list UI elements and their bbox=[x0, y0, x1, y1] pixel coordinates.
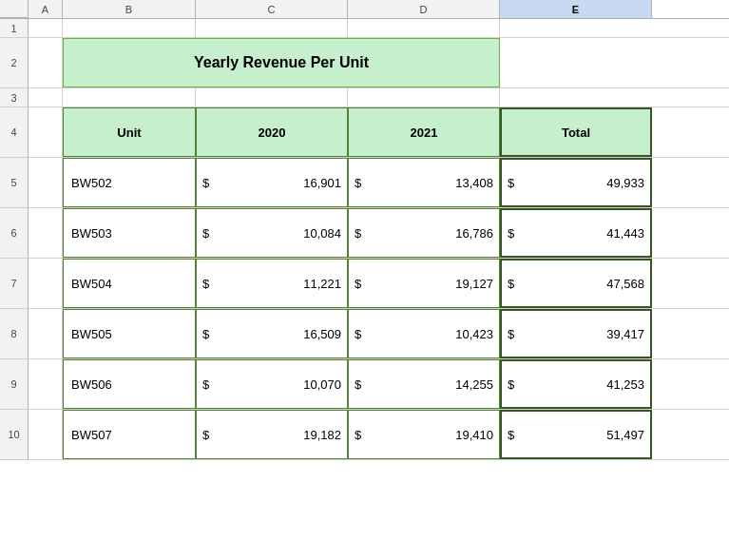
amount-bw503-2020: 10,084 bbox=[211, 226, 347, 241]
header-2020: 2020 bbox=[196, 107, 348, 157]
cell-d10[interactable]: $ 19,410 bbox=[348, 410, 500, 459]
val-bw507-total: $ 51,497 bbox=[500, 410, 652, 459]
cell-a9[interactable] bbox=[29, 359, 63, 409]
cell-d7[interactable]: $ 19,127 bbox=[348, 259, 500, 308]
col-header-c[interactable]: C bbox=[196, 0, 348, 18]
row-7: BW504 $ 11,221 $ 19,127 $ bbox=[29, 259, 729, 309]
amount-bw505-2021: 10,423 bbox=[363, 327, 499, 341]
cell-a5[interactable] bbox=[29, 158, 63, 207]
cell-a3[interactable] bbox=[29, 88, 63, 106]
amount-bw507-2020: 19,182 bbox=[211, 428, 347, 442]
amount-bw507-total: 51,497 bbox=[516, 428, 650, 442]
row-num-1[interactable]: 1 bbox=[0, 19, 29, 38]
row-num-2[interactable]: 2 bbox=[0, 38, 29, 88]
row-3 bbox=[29, 88, 729, 107]
row-4: Unit 2020 2021 Total bbox=[29, 107, 729, 158]
row-8: BW505 $ 16,509 $ 10,423 $ bbox=[29, 309, 729, 359]
spreadsheet-title: Yearly Revenue Per Unit bbox=[63, 38, 500, 87]
cell-a10[interactable] bbox=[29, 410, 63, 459]
unit-bw506: BW506 bbox=[63, 359, 196, 409]
cell-d9[interactable]: $ 14,255 bbox=[348, 359, 500, 409]
row-num-4[interactable]: 4 bbox=[0, 107, 29, 158]
cell-c5[interactable]: $ 16,901 bbox=[196, 158, 348, 207]
cell-a2[interactable] bbox=[29, 38, 63, 87]
val-bw502-2021: $ 13,408 bbox=[348, 158, 500, 207]
dollar-sign: $ bbox=[502, 176, 516, 190]
val-bw502-total: $ 49,933 bbox=[500, 158, 652, 207]
unit-bw504: BW504 bbox=[63, 259, 196, 308]
cell-d3[interactable] bbox=[348, 88, 500, 106]
cell-d8[interactable]: $ 10,423 bbox=[348, 309, 500, 358]
amount-bw502-2020: 16,901 bbox=[211, 176, 347, 190]
val-bw506-2021: $ 14,255 bbox=[348, 359, 500, 409]
cell-b5[interactable]: BW502 bbox=[63, 158, 196, 207]
row-num-9[interactable]: 9 bbox=[0, 359, 29, 410]
title-merged-cell[interactable]: Yearly Revenue Per Unit bbox=[63, 38, 500, 87]
col-header-b[interactable]: B bbox=[63, 0, 196, 18]
unit-bw502: BW502 bbox=[63, 158, 196, 207]
cell-c1[interactable] bbox=[196, 19, 348, 37]
val-bw507-2020: $ 19,182 bbox=[196, 410, 348, 459]
row-num-8[interactable]: 8 bbox=[0, 309, 29, 359]
cell-b7[interactable]: BW504 bbox=[63, 259, 196, 308]
unit-bw507: BW507 bbox=[63, 410, 196, 459]
val-bw505-2020: $ 16,509 bbox=[196, 309, 348, 358]
cell-b8[interactable]: BW505 bbox=[63, 309, 196, 358]
cell-e10[interactable]: $ 51,497 bbox=[500, 410, 652, 459]
cell-d1[interactable] bbox=[348, 19, 500, 37]
cell-c6[interactable]: $ 10,084 bbox=[196, 208, 348, 258]
cell-c7[interactable]: $ 11,221 bbox=[196, 259, 348, 308]
cell-c10[interactable]: $ 19,182 bbox=[196, 410, 348, 459]
cell-a1[interactable] bbox=[29, 19, 63, 37]
cell-d6[interactable]: $ 16,786 bbox=[348, 208, 500, 258]
header-2020-label: 2020 bbox=[196, 107, 348, 157]
cell-e1[interactable] bbox=[500, 19, 652, 37]
row-num-10[interactable]: 10 bbox=[0, 410, 29, 460]
row-num-3[interactable]: 3 bbox=[0, 88, 29, 107]
row-num-6[interactable]: 6 bbox=[0, 208, 29, 259]
amount-bw503-2021: 16,786 bbox=[363, 226, 499, 241]
cell-c8[interactable]: $ 16,509 bbox=[196, 309, 348, 358]
cell-d5[interactable]: $ 13,408 bbox=[348, 158, 500, 207]
header-unit-label: Unit bbox=[63, 107, 196, 157]
row-10: BW507 $ 19,182 $ 19,410 $ bbox=[29, 410, 729, 460]
column-headers: A B C D E bbox=[0, 0, 729, 19]
cell-c9[interactable]: $ 10,070 bbox=[196, 359, 348, 409]
cell-b1[interactable] bbox=[63, 19, 196, 37]
dollar-sign: $ bbox=[502, 277, 516, 291]
cell-a6[interactable] bbox=[29, 208, 63, 258]
row-num-7[interactable]: 7 bbox=[0, 259, 29, 309]
amount-bw503-total: 41,443 bbox=[516, 226, 650, 241]
cell-a4[interactable] bbox=[29, 107, 63, 157]
cell-b9[interactable]: BW506 bbox=[63, 359, 196, 409]
dollar-sign: $ bbox=[197, 226, 211, 241]
header-total: Total bbox=[500, 107, 652, 157]
unit-bw505: BW505 bbox=[63, 309, 196, 358]
cell-a7[interactable] bbox=[29, 259, 63, 308]
cell-e3[interactable] bbox=[500, 88, 652, 106]
col-header-e[interactable]: E bbox=[500, 0, 652, 18]
row-6: BW503 $ 10,084 $ 16,786 $ bbox=[29, 208, 729, 259]
cell-e9[interactable]: $ 41,253 bbox=[500, 359, 652, 409]
amount-bw505-2020: 16,509 bbox=[211, 327, 347, 341]
dollar-sign: $ bbox=[197, 277, 211, 291]
cell-e8[interactable]: $ 39,417 bbox=[500, 309, 652, 358]
cell-e6[interactable]: $ 41,443 bbox=[500, 208, 652, 258]
col-header-d[interactable]: D bbox=[348, 0, 500, 18]
row-num-5[interactable]: 5 bbox=[0, 158, 29, 208]
cell-b10[interactable]: BW507 bbox=[63, 410, 196, 459]
cell-a8[interactable] bbox=[29, 309, 63, 358]
val-bw506-2020: $ 10,070 bbox=[196, 359, 348, 409]
cell-e2[interactable] bbox=[500, 38, 652, 87]
row-numbers: 1 2 3 4 5 6 7 8 9 10 bbox=[0, 19, 29, 560]
col-header-a[interactable]: A bbox=[29, 0, 63, 18]
cell-b3[interactable] bbox=[63, 88, 196, 106]
val-bw502-2020: $ 16,901 bbox=[196, 158, 348, 207]
cell-e5[interactable]: $ 49,933 bbox=[500, 158, 652, 207]
cell-b6[interactable]: BW503 bbox=[63, 208, 196, 258]
val-bw506-total: $ 41,253 bbox=[500, 359, 652, 409]
cell-e7[interactable]: $ 47,568 bbox=[500, 259, 652, 308]
cell-c3[interactable] bbox=[196, 88, 348, 106]
amount-bw504-total: 47,568 bbox=[516, 277, 650, 291]
rows-container: Yearly Revenue Per Unit Unit 2020 bbox=[29, 19, 729, 560]
